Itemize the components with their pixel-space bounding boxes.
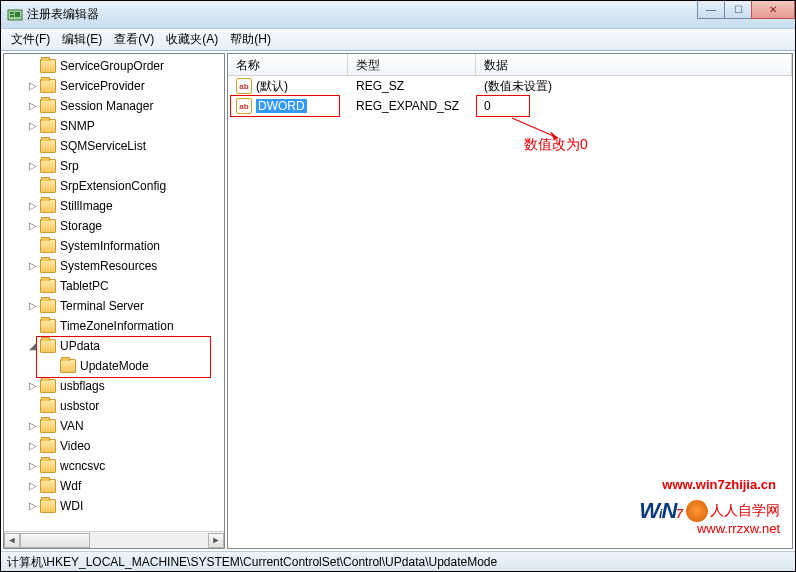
expand-icon[interactable] — [28, 141, 38, 151]
folder-icon — [60, 359, 76, 373]
scroll-right-button[interactable]: ► — [208, 533, 224, 548]
expand-icon[interactable] — [28, 401, 38, 411]
tree-item[interactable]: ▷WDI — [6, 496, 224, 516]
menu-edit[interactable]: 编辑(E) — [56, 29, 108, 50]
tree-item[interactable]: ▷Video — [6, 436, 224, 456]
list-row[interactable]: ab(默认)REG_SZ(数值未设置) — [228, 76, 792, 96]
expand-icon[interactable]: ▷ — [28, 441, 38, 451]
folder-icon — [40, 99, 56, 113]
tree-item[interactable]: ▷SystemResources — [6, 256, 224, 276]
expand-icon[interactable] — [28, 241, 38, 251]
tree-item[interactable]: ServiceGroupOrder — [6, 56, 224, 76]
expand-icon[interactable] — [28, 61, 38, 71]
cell-data: 0 — [476, 96, 792, 116]
folder-icon — [40, 279, 56, 293]
tree-pane: ServiceGroupOrder▷ServiceProvider▷Sessio… — [3, 53, 225, 549]
scroll-track[interactable] — [20, 533, 208, 548]
tree-item[interactable]: ▷usbflags — [6, 376, 224, 396]
tree-item-label: Session Manager — [60, 99, 153, 113]
tree-item[interactable]: TabletPC — [6, 276, 224, 296]
menu-favorites[interactable]: 收藏夹(A) — [160, 29, 224, 50]
registry-editor-window: 注册表编辑器 — ☐ ✕ 文件(F) 编辑(E) 查看(V) 收藏夹(A) 帮助… — [1, 1, 795, 571]
tree-item[interactable]: ▷VAN — [6, 416, 224, 436]
status-path: 计算机\HKEY_LOCAL_MACHINE\SYSTEM\CurrentCon… — [7, 555, 497, 569]
tree-item-label: Storage — [60, 219, 102, 233]
window-controls: — ☐ ✕ — [698, 1, 795, 21]
tree-item-label: UpdateMode — [80, 359, 149, 373]
minimize-button[interactable]: — — [697, 1, 725, 19]
folder-icon — [40, 79, 56, 93]
svg-line-4 — [512, 118, 558, 138]
tree-item-label: Terminal Server — [60, 299, 144, 313]
tree-item-label: ServiceGroupOrder — [60, 59, 164, 73]
expand-icon[interactable] — [28, 181, 38, 191]
expand-icon[interactable] — [48, 361, 58, 371]
expand-icon[interactable]: ▷ — [28, 481, 38, 491]
scroll-left-button[interactable]: ◄ — [4, 533, 20, 548]
folder-icon — [40, 259, 56, 273]
tree-item[interactable]: usbstor — [6, 396, 224, 416]
expand-icon[interactable] — [28, 281, 38, 291]
expand-icon[interactable] — [28, 321, 38, 331]
expand-icon[interactable]: ▷ — [28, 421, 38, 431]
expand-icon[interactable]: ▷ — [28, 121, 38, 131]
tree-hscrollbar[interactable]: ◄ ► — [4, 531, 224, 548]
expand-icon[interactable]: ▷ — [28, 261, 38, 271]
expand-icon[interactable]: ▷ — [28, 221, 38, 231]
list-body[interactable]: ab(默认)REG_SZ(数值未设置)abDWORDREG_EXPAND_SZ0… — [228, 76, 792, 548]
folder-icon — [40, 379, 56, 393]
folder-icon — [40, 219, 56, 233]
expand-icon[interactable]: ▷ — [28, 461, 38, 471]
tree-item[interactable]: ▷Wdf — [6, 476, 224, 496]
tree-item[interactable]: ▷Terminal Server — [6, 296, 224, 316]
expand-icon[interactable]: ▷ — [28, 201, 38, 211]
tree-item[interactable]: SystemInformation — [6, 236, 224, 256]
col-type-header[interactable]: 类型 — [348, 54, 476, 75]
tree-item[interactable]: SQMServiceList — [6, 136, 224, 156]
tree-item[interactable]: ▷Storage — [6, 216, 224, 236]
menubar: 文件(F) 编辑(E) 查看(V) 收藏夹(A) 帮助(H) — [1, 29, 795, 51]
annotation-text: 数值改为0 — [524, 136, 588, 154]
menu-view[interactable]: 查看(V) — [108, 29, 160, 50]
cell-type: REG_SZ — [348, 76, 476, 96]
tree-item[interactable]: ▷SNMP — [6, 116, 224, 136]
menu-file[interactable]: 文件(F) — [5, 29, 56, 50]
expand-icon[interactable]: ▷ — [28, 101, 38, 111]
tree-item-label: usbstor — [60, 399, 99, 413]
logo-text: WiN7 — [639, 498, 682, 524]
tree-item-label: Wdf — [60, 479, 81, 493]
tree-item[interactable]: UpdateMode — [6, 356, 224, 376]
circle-icon — [686, 500, 708, 522]
registry-tree[interactable]: ServiceGroupOrder▷ServiceProvider▷Sessio… — [4, 54, 224, 531]
maximize-button[interactable]: ☐ — [724, 1, 752, 19]
tree-item-label: SystemResources — [60, 259, 157, 273]
tree-item[interactable]: ▷ServiceProvider — [6, 76, 224, 96]
tree-item[interactable]: ◢UPdata — [6, 336, 224, 356]
tree-item[interactable]: ▷Srp — [6, 156, 224, 176]
scroll-thumb[interactable] — [20, 533, 90, 548]
tree-item[interactable]: TimeZoneInformation — [6, 316, 224, 336]
titlebar[interactable]: 注册表编辑器 — ☐ ✕ — [1, 1, 795, 29]
tree-item[interactable]: ▷Session Manager — [6, 96, 224, 116]
tree-item[interactable]: ▷wcncsvc — [6, 456, 224, 476]
expand-icon[interactable]: ▷ — [28, 81, 38, 91]
col-name-header[interactable]: 名称 — [228, 54, 348, 75]
col-data-header[interactable]: 数据 — [476, 54, 792, 75]
folder-icon — [40, 179, 56, 193]
expand-icon[interactable]: ▷ — [28, 381, 38, 391]
folder-icon — [40, 399, 56, 413]
expand-icon[interactable]: ▷ — [28, 501, 38, 511]
menu-help[interactable]: 帮助(H) — [224, 29, 277, 50]
expand-icon[interactable]: ▷ — [28, 301, 38, 311]
cell-name: ab(默认) — [228, 76, 348, 96]
tree-item[interactable]: SrpExtensionConfig — [6, 176, 224, 196]
tree-item-label: SystemInformation — [60, 239, 160, 253]
tree-item-label: TabletPC — [60, 279, 109, 293]
expand-icon[interactable]: ◢ — [28, 341, 38, 351]
tree-item[interactable]: ▷StillImage — [6, 196, 224, 216]
tree-item-label: SrpExtensionConfig — [60, 179, 166, 193]
value-name: (默认) — [256, 78, 288, 95]
list-row[interactable]: abDWORDREG_EXPAND_SZ0 — [228, 96, 792, 116]
close-button[interactable]: ✕ — [751, 1, 795, 19]
expand-icon[interactable]: ▷ — [28, 161, 38, 171]
